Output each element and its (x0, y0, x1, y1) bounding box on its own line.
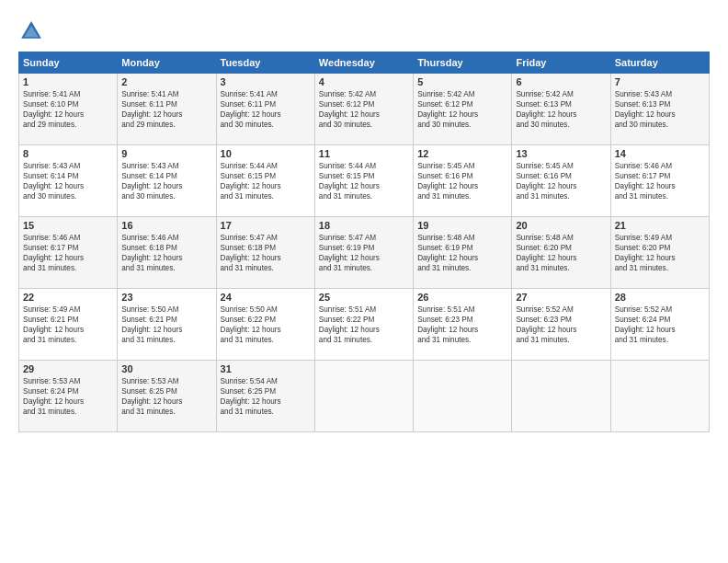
day-number: 12 (417, 148, 507, 159)
day-number: 23 (121, 292, 211, 303)
day-info: Sunrise: 5:49 AMSunset: 6:21 PMDaylight:… (23, 304, 113, 345)
calendar-cell (610, 361, 709, 432)
header-cell-saturday: Saturday (610, 52, 709, 74)
calendar-cell: 7Sunrise: 5:43 AMSunset: 6:13 PMDaylight… (610, 74, 709, 145)
day-number: 9 (121, 148, 211, 159)
day-info: Sunrise: 5:50 AMSunset: 6:21 PMDaylight:… (121, 304, 211, 345)
calendar-cell: 27Sunrise: 5:52 AMSunset: 6:23 PMDayligh… (512, 289, 610, 361)
day-number: 7 (615, 76, 705, 87)
calendar-cell: 1Sunrise: 5:41 AMSunset: 6:10 PMDaylight… (19, 74, 118, 145)
calendar-cell: 8Sunrise: 5:43 AMSunset: 6:14 PMDaylight… (19, 145, 118, 217)
day-number: 22 (23, 292, 113, 303)
calendar-cell: 22Sunrise: 5:49 AMSunset: 6:21 PMDayligh… (19, 289, 118, 361)
calendar-cell: 17Sunrise: 5:47 AMSunset: 6:18 PMDayligh… (216, 217, 314, 289)
header-cell-friday: Friday (512, 52, 610, 74)
day-info: Sunrise: 5:52 AMSunset: 6:23 PMDaylight:… (516, 304, 606, 345)
day-number: 10 (221, 148, 311, 159)
calendar-cell: 23Sunrise: 5:50 AMSunset: 6:21 PMDayligh… (118, 289, 216, 361)
day-number: 20 (516, 220, 606, 231)
day-info: Sunrise: 5:53 AMSunset: 6:25 PMDaylight:… (121, 376, 211, 417)
day-info: Sunrise: 5:47 AMSunset: 6:18 PMDaylight:… (221, 233, 311, 273)
day-number: 27 (516, 292, 606, 303)
day-number: 16 (121, 220, 211, 231)
day-number: 14 (615, 148, 705, 159)
header (18, 15, 710, 44)
day-info: Sunrise: 5:46 AMSunset: 6:17 PMDaylight:… (23, 233, 113, 273)
day-info: Sunrise: 5:47 AMSunset: 6:19 PMDaylight:… (319, 233, 409, 273)
calendar-cell: 26Sunrise: 5:51 AMSunset: 6:23 PMDayligh… (414, 289, 512, 361)
header-cell-wednesday: Wednesday (314, 52, 413, 74)
day-info: Sunrise: 5:41 AMSunset: 6:11 PMDaylight:… (121, 89, 211, 130)
calendar-cell: 2Sunrise: 5:41 AMSunset: 6:11 PMDaylight… (118, 74, 216, 145)
day-number: 1 (23, 76, 113, 87)
day-number: 28 (615, 292, 705, 303)
calendar-cell: 30Sunrise: 5:53 AMSunset: 6:25 PMDayligh… (118, 361, 216, 432)
calendar-cell (512, 361, 610, 432)
day-number: 31 (221, 363, 311, 374)
day-info: Sunrise: 5:43 AMSunset: 6:14 PMDaylight:… (23, 161, 113, 201)
week-row-2: 8Sunrise: 5:43 AMSunset: 6:14 PMDaylight… (19, 145, 710, 217)
calendar-cell: 31Sunrise: 5:54 AMSunset: 6:25 PMDayligh… (216, 361, 314, 432)
calendar-cell: 10Sunrise: 5:44 AMSunset: 6:15 PMDayligh… (216, 145, 314, 217)
week-row-5: 29Sunrise: 5:53 AMSunset: 6:24 PMDayligh… (19, 361, 710, 432)
day-number: 21 (615, 220, 705, 231)
day-number: 25 (319, 292, 409, 303)
header-cell-tuesday: Tuesday (216, 52, 314, 74)
week-row-4: 22Sunrise: 5:49 AMSunset: 6:21 PMDayligh… (19, 289, 710, 361)
calendar-cell: 4Sunrise: 5:42 AMSunset: 6:12 PMDaylight… (314, 74, 413, 145)
day-info: Sunrise: 5:46 AMSunset: 6:17 PMDaylight:… (615, 161, 705, 201)
calendar-table: SundayMondayTuesdayWednesdayThursdayFrid… (18, 52, 710, 432)
calendar-cell: 6Sunrise: 5:42 AMSunset: 6:13 PMDaylight… (512, 74, 610, 145)
week-row-3: 15Sunrise: 5:46 AMSunset: 6:17 PMDayligh… (19, 217, 710, 289)
calendar-cell: 15Sunrise: 5:46 AMSunset: 6:17 PMDayligh… (19, 217, 118, 289)
calendar-cell: 28Sunrise: 5:52 AMSunset: 6:24 PMDayligh… (610, 289, 709, 361)
day-number: 15 (23, 220, 113, 231)
header-cell-monday: Monday (118, 52, 216, 74)
day-info: Sunrise: 5:41 AMSunset: 6:10 PMDaylight:… (23, 89, 113, 130)
calendar-cell: 11Sunrise: 5:44 AMSunset: 6:15 PMDayligh… (314, 145, 413, 217)
day-info: Sunrise: 5:43 AMSunset: 6:14 PMDaylight:… (121, 161, 211, 201)
day-info: Sunrise: 5:41 AMSunset: 6:11 PMDaylight:… (221, 89, 311, 130)
calendar-cell: 12Sunrise: 5:45 AMSunset: 6:16 PMDayligh… (414, 145, 512, 217)
calendar-header: SundayMondayTuesdayWednesdayThursdayFrid… (19, 52, 710, 74)
day-info: Sunrise: 5:51 AMSunset: 6:23 PMDaylight:… (417, 304, 507, 345)
calendar-cell: 19Sunrise: 5:48 AMSunset: 6:19 PMDayligh… (414, 217, 512, 289)
calendar-cell: 16Sunrise: 5:46 AMSunset: 6:18 PMDayligh… (118, 217, 216, 289)
week-row-1: 1Sunrise: 5:41 AMSunset: 6:10 PMDaylight… (19, 74, 710, 145)
day-number: 24 (221, 292, 311, 303)
day-info: Sunrise: 5:42 AMSunset: 6:12 PMDaylight:… (319, 89, 409, 130)
day-number: 18 (319, 220, 409, 231)
day-number: 2 (121, 76, 211, 87)
day-info: Sunrise: 5:54 AMSunset: 6:25 PMDaylight:… (221, 376, 311, 417)
day-info: Sunrise: 5:42 AMSunset: 6:12 PMDaylight:… (417, 89, 507, 130)
calendar-cell: 29Sunrise: 5:53 AMSunset: 6:24 PMDayligh… (19, 361, 118, 432)
day-number: 3 (221, 76, 311, 87)
calendar-cell: 14Sunrise: 5:46 AMSunset: 6:17 PMDayligh… (610, 145, 709, 217)
day-info: Sunrise: 5:44 AMSunset: 6:15 PMDaylight:… (319, 161, 409, 201)
day-info: Sunrise: 5:50 AMSunset: 6:22 PMDaylight:… (221, 304, 311, 345)
calendar-cell: 24Sunrise: 5:50 AMSunset: 6:22 PMDayligh… (216, 289, 314, 361)
calendar-cell: 25Sunrise: 5:51 AMSunset: 6:22 PMDayligh… (314, 289, 413, 361)
header-cell-thursday: Thursday (414, 52, 512, 74)
day-number: 26 (417, 292, 507, 303)
logo (18, 18, 46, 44)
calendar-cell: 9Sunrise: 5:43 AMSunset: 6:14 PMDaylight… (118, 145, 216, 217)
day-number: 5 (417, 76, 507, 87)
day-info: Sunrise: 5:51 AMSunset: 6:22 PMDaylight:… (319, 304, 409, 345)
calendar-cell: 20Sunrise: 5:48 AMSunset: 6:20 PMDayligh… (512, 217, 610, 289)
calendar-cell (314, 361, 413, 432)
day-info: Sunrise: 5:48 AMSunset: 6:19 PMDaylight:… (417, 233, 507, 273)
calendar-cell: 5Sunrise: 5:42 AMSunset: 6:12 PMDaylight… (414, 74, 512, 145)
day-info: Sunrise: 5:44 AMSunset: 6:15 PMDaylight:… (221, 161, 311, 201)
calendar-cell: 21Sunrise: 5:49 AMSunset: 6:20 PMDayligh… (610, 217, 709, 289)
day-number: 29 (23, 363, 113, 374)
day-number: 11 (319, 148, 409, 159)
logo-icon (18, 18, 44, 44)
day-info: Sunrise: 5:43 AMSunset: 6:13 PMDaylight:… (615, 89, 705, 130)
day-number: 13 (516, 148, 606, 159)
header-row: SundayMondayTuesdayWednesdayThursdayFrid… (19, 52, 710, 74)
page-container: SundayMondayTuesdayWednesdayThursdayFrid… (0, 0, 728, 442)
calendar-cell: 3Sunrise: 5:41 AMSunset: 6:11 PMDaylight… (216, 74, 314, 145)
day-info: Sunrise: 5:53 AMSunset: 6:24 PMDaylight:… (23, 376, 113, 417)
calendar-cell: 18Sunrise: 5:47 AMSunset: 6:19 PMDayligh… (314, 217, 413, 289)
